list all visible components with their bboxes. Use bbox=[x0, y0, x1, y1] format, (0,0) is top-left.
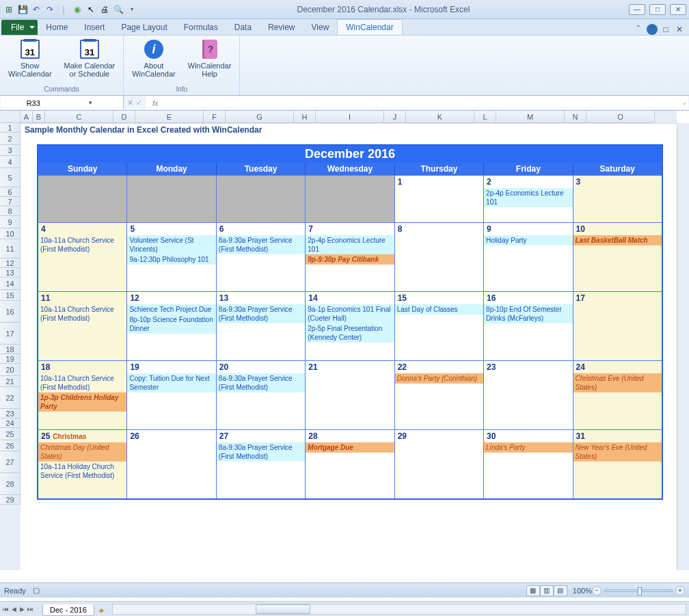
zoom-in-button[interactable]: + bbox=[675, 586, 685, 595]
calendar-day-cell[interactable] bbox=[38, 176, 127, 222]
calendar-event[interactable]: Last Day of Classes bbox=[395, 304, 483, 314]
row-header[interactable]: 1 bbox=[0, 123, 21, 133]
calendar-day-cell[interactable]: 138a-9:30a Prayer Service (First Methodi… bbox=[217, 292, 306, 360]
vertical-scrollbar[interactable] bbox=[677, 123, 689, 570]
column-header[interactable]: B bbox=[33, 111, 45, 123]
calendar-day-cell[interactable]: 23 bbox=[484, 361, 573, 429]
expand-formula-bar-icon[interactable]: ⌄ bbox=[682, 100, 687, 106]
row-header[interactable]: 9 bbox=[0, 216, 21, 228]
calendar-event[interactable]: 10a-11a Holiday Church Service (First Me… bbox=[38, 461, 126, 481]
row-header[interactable]: 20 bbox=[0, 364, 21, 376]
calendar-day-cell[interactable]: 10Last BasketBall Match bbox=[573, 223, 662, 291]
tab-review[interactable]: Review bbox=[260, 20, 303, 35]
chevron-down-icon[interactable]: ▼ bbox=[62, 100, 120, 106]
minimize-button[interactable]: — bbox=[629, 4, 645, 15]
calendar-event[interactable]: 8a-9:30a Prayer Service (First Methodist… bbox=[217, 304, 305, 323]
calendar-day-cell[interactable] bbox=[127, 176, 216, 222]
file-tab[interactable]: File bbox=[1, 20, 38, 35]
maximize-button[interactable]: □ bbox=[649, 4, 666, 15]
undo-icon[interactable]: ↶ bbox=[30, 3, 42, 16]
macro-record-icon[interactable]: ▢ bbox=[33, 586, 40, 595]
tab-wincalendar[interactable]: WinCalendar bbox=[337, 19, 402, 35]
row-header[interactable]: 5 bbox=[0, 168, 21, 187]
calendar-day-cell[interactable] bbox=[306, 176, 394, 222]
close-button[interactable]: ✕ bbox=[670, 4, 686, 15]
tab-data[interactable]: Data bbox=[226, 20, 260, 35]
column-header[interactable]: A bbox=[21, 111, 33, 123]
row-header[interactable]: 12 bbox=[0, 258, 21, 268]
tab-page-layout[interactable]: Page Layout bbox=[113, 20, 175, 35]
row-header[interactable]: 29 bbox=[0, 495, 21, 505]
calendar-event[interactable]: Copy: Tuition Due for Next Semester bbox=[127, 373, 215, 392]
tab-nav-prev-icon[interactable]: ◀ bbox=[10, 604, 18, 615]
zoom-slider[interactable] bbox=[604, 589, 673, 592]
calendar-day-cell[interactable]: 1 bbox=[395, 176, 484, 222]
row-header[interactable]: 17 bbox=[0, 323, 21, 345]
tab-formulas[interactable]: Formulas bbox=[176, 20, 226, 35]
calendar-day-cell[interactable]: 30Linda's Party bbox=[484, 430, 573, 498]
calendar-day-cell[interactable]: 9Holiday Party bbox=[484, 223, 573, 291]
calendar-event[interactable]: Volunteer Service (St Vincents) bbox=[127, 235, 215, 254]
column-header[interactable]: E bbox=[135, 111, 204, 123]
select-all-corner[interactable] bbox=[0, 111, 21, 123]
row-header[interactable]: 21 bbox=[0, 376, 21, 387]
calendar-day-cell[interactable]: 410a-11a Church Service (First Methodist… bbox=[38, 223, 127, 291]
calendar-day-cell[interactable]: 22p-4p Economics Lecture 101 bbox=[484, 176, 573, 222]
sheet-content[interactable]: Sample Monthly Calendar in Excel Created… bbox=[21, 123, 677, 570]
minimize-ribbon-icon[interactable]: ˇ bbox=[633, 24, 644, 35]
calendar-event[interactable]: Last BasketBall Match bbox=[573, 235, 662, 245]
column-header[interactable]: L bbox=[474, 111, 496, 123]
calendar-day-cell[interactable]: 3 bbox=[573, 176, 662, 222]
calendar-day-cell[interactable]: 21 bbox=[306, 361, 394, 429]
calendar-event[interactable]: Christmas Day (United States) bbox=[38, 442, 126, 461]
normal-view-button[interactable]: ▦ bbox=[526, 585, 540, 596]
column-header[interactable]: K bbox=[406, 111, 474, 123]
calendar-day-cell[interactable]: 28Mortgage Due bbox=[306, 430, 394, 498]
calendar-day-cell[interactable]: 5Volunteer Service (St Vincents)9a-12:30… bbox=[127, 223, 216, 291]
calendar-day-cell[interactable]: 26 bbox=[127, 430, 216, 498]
tab-nav-first-icon[interactable]: ⏮ bbox=[1, 604, 10, 615]
close-workbook-icon[interactable]: ✕ bbox=[674, 24, 685, 35]
page-break-view-button[interactable]: ▤ bbox=[554, 585, 567, 596]
save-icon[interactable]: 💾 bbox=[16, 3, 29, 16]
column-header[interactable]: N bbox=[565, 111, 586, 123]
calendar-event[interactable]: 10a-11a Church Service (First Methodist) bbox=[38, 373, 126, 392]
calendar-event[interactable]: 2p-4p Economics Lecture 101 bbox=[306, 235, 394, 254]
row-header[interactable]: 15 bbox=[0, 290, 21, 301]
calendar-day-cell[interactable]: 1810a-11a Church Service (First Methodis… bbox=[38, 361, 127, 429]
column-header[interactable]: F bbox=[204, 111, 226, 123]
row-header[interactable]: 16 bbox=[0, 301, 21, 323]
row-header[interactable]: 11 bbox=[0, 239, 21, 258]
preview-icon[interactable]: 🔍 bbox=[112, 3, 124, 16]
calendar-event[interactable]: Donna's Party (Corinthian) bbox=[395, 373, 483, 384]
qat-more-icon[interactable]: ▾ bbox=[126, 3, 138, 16]
calendar-event[interactable]: 2p-5p Final Presentation (Kennedy Center… bbox=[306, 323, 394, 343]
row-header[interactable]: 22 bbox=[0, 387, 21, 409]
cursor-icon[interactable]: ↖ bbox=[85, 3, 97, 16]
row-header[interactable]: 24 bbox=[0, 418, 21, 428]
row-header[interactable]: 27 bbox=[0, 451, 21, 473]
zoom-out-button[interactable]: − bbox=[592, 586, 602, 595]
calendar-event[interactable]: Schience Tech Project Due bbox=[127, 304, 215, 314]
wincalendar-help-button[interactable]: ? WinCalendarHelp bbox=[185, 37, 234, 85]
column-header[interactable]: H bbox=[294, 111, 316, 123]
calendar-day-cell[interactable]: 12Schience Tech Project Due8p-10p Scienc… bbox=[127, 292, 216, 360]
calendar-event[interactable]: Mortgage Due bbox=[306, 442, 394, 453]
sheet-tab[interactable]: Dec - 2016 bbox=[42, 604, 94, 616]
calendar-day-cell[interactable]: 8 bbox=[395, 223, 484, 291]
row-header[interactable]: 6 bbox=[0, 187, 21, 197]
calendar-day-cell[interactable]: 278a-9:30a Prayer Service (First Methodi… bbox=[217, 430, 306, 498]
row-header[interactable]: 3 bbox=[0, 145, 21, 156]
row-header[interactable]: 10 bbox=[0, 228, 21, 239]
horizontal-scrollbar[interactable] bbox=[112, 604, 686, 615]
row-header[interactable]: 8 bbox=[0, 206, 21, 216]
insert-sheet-icon[interactable]: ✦ bbox=[94, 605, 109, 616]
make-calendar-button[interactable]: 31 Make Calendaror Schedule bbox=[62, 37, 118, 85]
help-icon[interactable]: ? bbox=[647, 24, 658, 35]
tab-nav-last-icon[interactable]: ⏭ bbox=[26, 604, 34, 615]
calendar-event[interactable]: Christmas Eve (United States) bbox=[573, 373, 662, 392]
show-wincalendar-button[interactable]: 31 ShowWinCalendar bbox=[5, 37, 55, 85]
row-header[interactable]: 2 bbox=[0, 133, 21, 145]
refresh-icon[interactable]: ◉ bbox=[71, 3, 83, 16]
row-header[interactable]: 28 bbox=[0, 473, 21, 495]
